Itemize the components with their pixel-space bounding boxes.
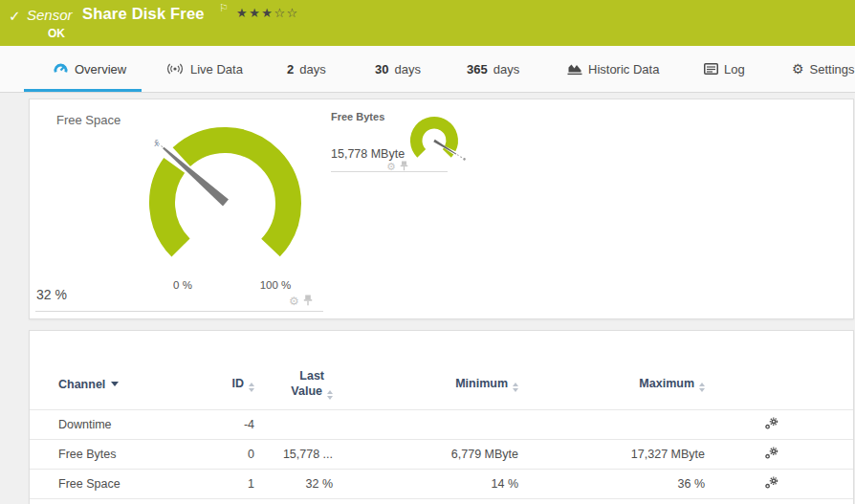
free-bytes-cell-divider [331, 171, 448, 172]
gear-icon[interactable]: ⚙ [289, 296, 299, 307]
free-bytes-cell-actions: ⚙ [386, 158, 408, 175]
minimum-cell [333, 410, 518, 440]
channel-settings-cell [705, 410, 785, 440]
sort-icon [249, 383, 254, 392]
channel-settings-cell [705, 440, 785, 470]
minimum-cell: 14 % [333, 470, 518, 499]
channel-id-cell: -4 [183, 410, 254, 440]
free-space-gauge-title: Free Space [56, 113, 121, 127]
free-bytes-gauge-title: Free Bytes [331, 111, 384, 122]
table-row-free-space[interactable]: Free Space 1 32 % 14 % 36 % [30, 470, 853, 499]
column-header-minimum[interactable]: Minimum [333, 360, 518, 410]
sort-icon [699, 383, 705, 392]
tab-overview[interactable]: Overview [53, 46, 126, 92]
gauge-max-label: 100 % [251, 279, 300, 291]
channel-settings-cell [705, 470, 785, 499]
flag-icon[interactable]: ⚐ [219, 2, 229, 14]
tab-bar: Overview Live Data 2 days 30 days 365 da… [0, 46, 855, 93]
average-marker: x̄ [154, 139, 160, 148]
column-header-filler [785, 360, 853, 410]
tab-number: 2 [287, 62, 294, 77]
status-check-icon: ✓ [9, 8, 21, 25]
last-value-cell: 15,778 ... [254, 440, 333, 470]
tab-number: 365 [467, 62, 488, 77]
channel-id-cell: 0 [183, 440, 254, 470]
channel-name-cell: Free Space [30, 470, 183, 499]
column-header-channel[interactable]: Channel [30, 360, 183, 410]
maximum-cell [518, 410, 705, 440]
tab-30-days[interactable]: 30 days [375, 46, 421, 92]
channel-settings-gears-icon[interactable] [764, 420, 778, 433]
active-tab-underline [24, 89, 142, 92]
channel-id-cell: 1 [183, 470, 254, 499]
column-header-last-value[interactable]: Last Value [254, 360, 333, 410]
maximum-cell: 17,327 MByte [518, 440, 705, 470]
tab-live-data[interactable]: Live Data [165, 46, 243, 92]
object-type-label: Sensor [27, 7, 73, 23]
channels-table-panel: Channel ID Last Value Minimum Maximum [29, 330, 854, 504]
pin-icon[interactable] [303, 293, 313, 310]
table-header-row: Channel ID Last Value Minimum Maximum [30, 360, 853, 410]
table-row-free-bytes[interactable]: Free Bytes 0 15,778 ... 6,779 MByte 17,3… [30, 440, 853, 470]
tab-number: 30 [375, 62, 388, 77]
tab-2-days[interactable]: 2 days [287, 46, 326, 92]
pin-icon[interactable] [400, 158, 408, 175]
tab-label: Log [724, 62, 745, 77]
free-space-current-value: 32 % [36, 287, 67, 302]
channel-name-cell: Downtime [30, 410, 183, 440]
channels-table: Channel ID Last Value Minimum Maximum [30, 360, 853, 499]
tab-365-days[interactable]: 365 days [467, 46, 519, 92]
priority-stars[interactable]: ★★★☆☆ [236, 6, 299, 20]
log-icon [704, 63, 718, 75]
sort-icon [327, 390, 333, 400]
free-space-cell-actions: ⚙ [289, 293, 313, 310]
minimum-cell: 6,779 MByte [333, 440, 518, 470]
column-header-id[interactable]: ID [183, 360, 254, 410]
free-space-gauge: x̄ [115, 107, 337, 272]
overview-gauges-panel: Free Space x̄ 0 % 100 % 32 % ⚙ [29, 99, 854, 319]
sort-desc-icon [111, 382, 119, 386]
channel-name-cell: Free Bytes [30, 440, 183, 470]
tab-historic-data[interactable]: Historic Data [567, 46, 659, 92]
last-value-cell: 32 % [254, 470, 333, 499]
tab-log[interactable]: Log [704, 46, 745, 92]
channel-settings-gears-icon[interactable] [764, 449, 778, 463]
tab-label: days [493, 62, 519, 77]
sensor-title: Share Disk Free [82, 5, 205, 23]
sensor-status-badge: OK [48, 27, 65, 40]
tab-label: days [394, 62, 420, 77]
area-chart-icon [567, 62, 582, 76]
column-header-maximum[interactable]: Maximum [518, 360, 705, 410]
gear-icon: ⚙ [792, 62, 804, 76]
tab-label: days [299, 62, 325, 77]
tab-label: Historic Data [588, 62, 659, 77]
sort-icon [513, 383, 518, 392]
gear-icon[interactable]: ⚙ [386, 162, 396, 172]
tab-label: Overview [75, 62, 126, 77]
gauge-min-label: 0 % [159, 279, 207, 291]
column-header-actions [705, 360, 785, 410]
last-value-cell [254, 410, 333, 440]
sensor-header-bar: ✓ Sensor Share Disk Free ⚐ ★★★☆☆ OK [0, 0, 855, 46]
free-space-cell-divider [35, 311, 323, 312]
gauge-icon [53, 62, 69, 77]
tab-settings[interactable]: ⚙ Settings [792, 46, 855, 92]
tab-label: Settings [810, 62, 855, 77]
maximum-cell: 36 % [518, 470, 705, 499]
channel-settings-gears-icon[interactable] [764, 479, 778, 493]
table-row-downtime[interactable]: Downtime -4 [30, 410, 853, 440]
tab-label: Live Data [190, 62, 243, 77]
live-data-icon [165, 62, 185, 76]
